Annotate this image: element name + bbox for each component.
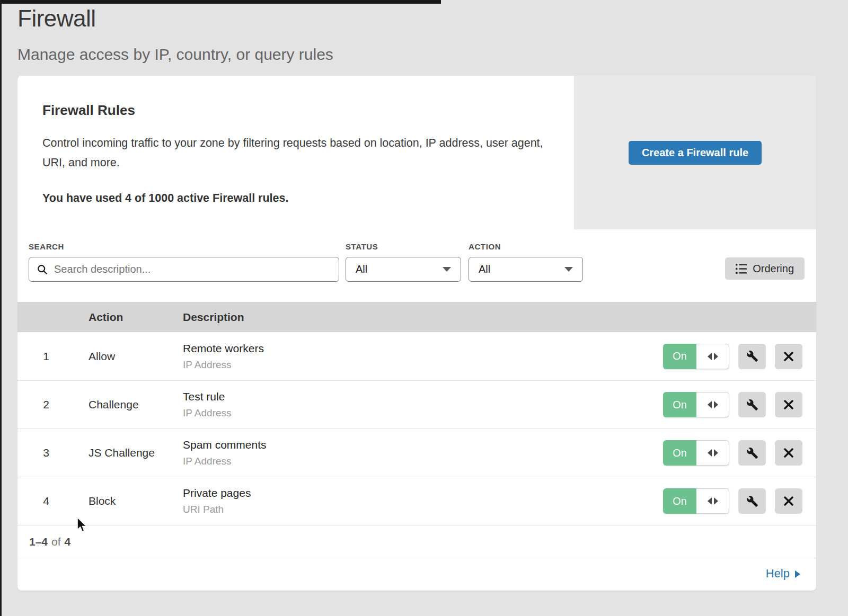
delete-rule-button[interactable] [775, 440, 802, 466]
arrow-right-icon [714, 497, 718, 505]
arrow-left-icon [708, 353, 712, 360]
arrow-left-icon [708, 449, 712, 457]
rule-description: Remote workers [183, 342, 657, 355]
chevron-down-icon [564, 267, 573, 272]
firewall-rules-card: Firewall Rules Control incoming traffic … [17, 76, 816, 591]
page-subtitle: Manage access by IP, country, or query r… [17, 46, 848, 64]
rule-field-type: IP Address [183, 407, 657, 419]
close-icon [783, 496, 794, 506]
table-header: Action Description [17, 302, 816, 332]
rule-toggle-switch-button[interactable] [696, 344, 729, 369]
delete-rule-button[interactable] [775, 344, 802, 369]
table-row: 2 Challenge Test rule IP Address On [17, 380, 816, 428]
edit-rule-button[interactable] [738, 440, 766, 466]
arrow-right-icon [795, 570, 800, 578]
table-row: 3 JS Challenge Spam comments IP Address … [17, 428, 816, 477]
rule-priority: 3 [30, 447, 62, 459]
rule-on-toggle[interactable]: On [663, 488, 696, 514]
arrow-right-icon [714, 353, 718, 360]
pagination: 1–4 of 4 [17, 525, 816, 558]
rule-field-type: IP Address [183, 359, 657, 371]
filters-bar: SEARCH STATUS All ACTION All [17, 229, 816, 302]
search-label: SEARCH [29, 242, 339, 251]
overview-section: Firewall Rules Control incoming traffic … [17, 76, 816, 229]
action-select[interactable]: All [469, 257, 583, 282]
status-selected-value: All [356, 263, 443, 275]
page-title: Firewall [17, 5, 848, 32]
rule-toggle-group: On [663, 440, 729, 466]
rule-field-type: IP Address [183, 456, 657, 467]
help-link-label: Help [766, 567, 790, 581]
pagination-of: of [51, 535, 61, 548]
table-row: 1 Allow Remote workers IP Address On [17, 332, 816, 380]
rule-description: Private pages [183, 487, 657, 499]
rule-action: JS Challenge [89, 447, 183, 459]
usage-summary: You have used 4 of 1000 active Firewall … [42, 192, 553, 205]
delete-rule-button[interactable] [775, 488, 802, 514]
window-edge-left [0, 0, 2, 616]
action-column-header: Action [89, 311, 183, 324]
rule-toggle-switch-button[interactable] [696, 392, 729, 417]
pagination-total: 4 [65, 535, 71, 548]
edit-rule-button[interactable] [738, 344, 766, 369]
wrench-icon [746, 495, 758, 507]
wrench-icon [746, 447, 758, 459]
close-icon [783, 399, 794, 410]
description-column-header: Description [183, 311, 657, 324]
page-header: Firewall Manage access by IP, country, o… [0, 0, 848, 64]
table-row: 4 Block Private pages URI Path On [17, 477, 816, 525]
search-icon [37, 264, 48, 275]
wrench-icon [746, 350, 758, 362]
list-ordering-icon [736, 264, 747, 274]
pagination-range: 1–4 [29, 535, 48, 548]
rule-priority: 4 [30, 495, 62, 507]
arrow-right-icon [714, 401, 718, 408]
window-edge-top [0, 0, 441, 4]
rule-action: Challenge [89, 398, 183, 411]
rule-toggle-switch-button[interactable] [696, 488, 729, 514]
rule-field-type: URI Path [183, 504, 657, 515]
edit-rule-button[interactable] [738, 392, 766, 417]
rule-description: Test rule [183, 390, 657, 403]
create-firewall-rule-button[interactable]: Create a Firewall rule [629, 141, 762, 165]
rule-priority: 2 [30, 398, 62, 411]
rule-description: Spam comments [183, 439, 657, 451]
ordering-button-label: Ordering [753, 263, 794, 275]
status-label: STATUS [346, 242, 461, 251]
arrow-right-icon [714, 449, 718, 457]
rule-toggle-group: On [663, 392, 729, 417]
edit-rule-button[interactable] [738, 488, 766, 514]
help-row: Help [17, 558, 816, 589]
close-icon [783, 448, 794, 458]
rule-on-toggle[interactable]: On [663, 440, 696, 466]
rule-toggle-group: On [663, 488, 729, 514]
search-box [29, 257, 339, 282]
rule-on-toggle[interactable]: On [663, 344, 696, 369]
rule-action: Allow [89, 350, 183, 363]
rule-toggle-switch-button[interactable] [696, 440, 729, 466]
help-link[interactable]: Help [766, 567, 800, 581]
section-description: Control incoming traffic to your zone by… [42, 133, 546, 173]
delete-rule-button[interactable] [775, 392, 802, 417]
close-icon [783, 351, 794, 362]
wrench-icon [746, 399, 758, 411]
rule-priority: 1 [30, 350, 62, 363]
chevron-down-icon [443, 267, 451, 272]
ordering-button[interactable]: Ordering [725, 257, 805, 280]
section-heading: Firewall Rules [42, 102, 553, 119]
search-input[interactable] [29, 257, 339, 281]
action-label: ACTION [469, 242, 583, 251]
create-rule-panel: Create a Firewall rule [574, 76, 816, 229]
action-selected-value: All [479, 263, 564, 275]
rule-action: Block [89, 495, 183, 507]
rule-on-toggle[interactable]: On [663, 392, 696, 417]
arrow-left-icon [708, 497, 712, 505]
status-select[interactable]: All [346, 257, 461, 282]
rule-toggle-group: On [663, 344, 729, 369]
rules-table-body: 1 Allow Remote workers IP Address On [17, 332, 816, 525]
arrow-left-icon [708, 401, 712, 408]
